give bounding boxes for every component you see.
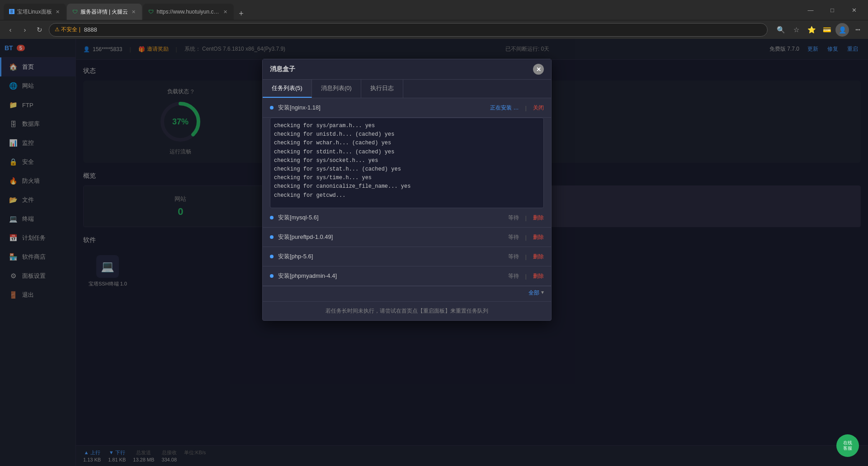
close-button[interactable]: ✕ [844,2,864,18]
tab-task-list[interactable]: 任务列表(5) [263,80,312,98]
log-line-6: checking for sys/stat.h... (cached) yes [274,165,540,174]
customer-service-label: 在线 客服 [843,440,852,451]
refresh-button[interactable]: ↻ [33,23,46,37]
forward-button[interactable]: › [18,23,32,37]
tab2-close[interactable]: ✕ [131,8,137,16]
tab-huotui[interactable]: 🛡 https://www.huotuiyun.com/dc... ✕ [143,4,234,20]
task-pureftpd: 安装[pureftpd-1.0.49] 等待 | 删除 [263,228,551,247]
task-nginx: 安装[nginx-1.18] 正在安装 … | 关闭 [263,98,551,118]
task-php-dot [270,255,274,258]
log-line-4: checking for stdint.h... (cached) yes [274,148,540,157]
reset-tip: 若任务长时间未执行，请尝试在首页点【重启面板】来重置任务队列 [263,301,551,320]
favorites-icon-btn[interactable]: ☆ [789,23,803,37]
task-mysql-sep: | [524,214,528,221]
message-box-header: 消息盒子 ✕ [263,59,551,80]
message-box-title: 消息盒子 [270,65,295,73]
security-warning-icon: ⚠ 不安全 | [55,26,80,33]
new-tab-button[interactable]: + [235,7,247,20]
task-php: 安装[php-5.6] 等待 | 删除 [263,247,551,266]
tab3-icon: 🛡 [148,9,154,15]
log-line-7: checking for sys/time.h... yes [274,174,540,182]
task-mysql-name: 安装[mysql-5.6] [278,214,504,222]
message-box: 消息盒子 ✕ 任务列表(5) 消息列表(0) 执行日志 安装[nginx-1.1… [262,59,552,321]
tab1-icon: 🅱 [9,9,14,15]
task-mysql: 安装[mysql-5.6] 等待 | 删除 [263,208,551,228]
task-php-name: 安装[php-5.6] [278,252,504,261]
profile-button[interactable]: 👤 [835,23,849,37]
task-php-sep: | [524,253,528,260]
nav-controls: ‹ › ↻ [4,23,46,37]
address-bar: ‹ › ↻ ⚠ 不安全 | 🔍 ☆ ⭐ 💳 👤 ··· [0,20,868,39]
task-nginx-dot [270,106,274,109]
chevron-down-icon: ▾ [541,289,544,297]
back-button[interactable]: ‹ [4,23,17,37]
task-nginx-status: 正在安装 … [490,104,519,112]
task-phpmyadmin-status: 等待 [508,272,519,280]
tabs-bar: 🅱 宝塔Linux面板 ✕ 🛡 服务器详情 | 火腿云 ✕ 🛡 https://… [4,0,797,20]
task-pureftpd-status: 等待 [508,233,519,241]
tab-server-detail[interactable]: 🛡 服务器详情 | 火腿云 ✕ [67,4,142,20]
tab1-title: 宝塔Linux面板 [17,8,52,16]
all-tasks-row: 全部 ▾ [263,286,551,300]
log-line-2: checking for unistd.h... (cached) yes [274,130,540,139]
task-nginx-name: 安装[nginx-1.18] [278,104,486,112]
task-pureftpd-name: 安装[pureftpd-1.0.49] [278,233,504,241]
task-mysql-delete-action[interactable]: 删除 [533,214,544,222]
task-php-delete-action[interactable]: 删除 [533,253,544,261]
task-nginx-sep: | [524,105,528,111]
star-icon-btn[interactable]: ⭐ [805,23,818,37]
log-line-1: checking for sys/param.h... yes [274,122,540,130]
tab3-title: https://www.huotuiyun.com/dc... [156,9,220,15]
task-mysql-status: 等待 [508,214,519,222]
task-phpmyadmin-sep: | [524,273,528,280]
log-line-9: checking for getcwd... [274,191,540,200]
wallet-icon-btn[interactable]: 💳 [820,23,834,37]
tab-msg-list[interactable]: 消息列表(0) [312,80,361,98]
address-input[interactable] [84,26,762,33]
tab-bt-panel[interactable]: 🅱 宝塔Linux面板 ✕ [4,4,66,20]
task-phpmyadmin-dot [270,274,274,278]
tab2-title: 服务器详情 | 火腿云 [80,8,128,16]
log-area[interactable]: checking for sys/param.h... yes checking… [270,118,544,208]
task-pureftpd-delete-action[interactable]: 删除 [533,233,544,241]
tab1-close[interactable]: ✕ [55,8,61,16]
security-warning-label: 不安全 [61,26,77,33]
search-icon-btn[interactable]: 🔍 [774,23,788,37]
tab3-close[interactable]: ✕ [222,8,228,16]
message-box-close-button[interactable]: ✕ [533,64,544,75]
tab-exec-log[interactable]: 执行日志 [361,80,403,98]
toolbar-icons: 🔍 ☆ ⭐ 💳 👤 ··· [774,23,864,37]
log-line-8: checking for canonicalize_file_name... y… [274,182,540,191]
address-input-wrap: ⚠ 不安全 | [49,23,768,37]
log-line-3: checking for wchar.h... (cached) yes [274,139,540,147]
customer-service-button[interactable]: 在线 客服 [836,434,859,457]
task-phpmyadmin: 安装[phpmyadmin-4.4] 等待 | 删除 [263,266,551,286]
task-nginx-close-action[interactable]: 关闭 [533,104,544,112]
browser-chrome: 🅱 宝塔Linux面板 ✕ 🛡 服务器详情 | 火腿云 ✕ 🛡 https://… [0,0,868,20]
more-button[interactable]: ··· [851,23,864,37]
task-phpmyadmin-name: 安装[phpmyadmin-4.4] [278,272,504,280]
window-controls: — □ ✕ [800,2,864,18]
task-pureftpd-sep: | [524,234,528,241]
maximize-button[interactable]: □ [822,2,843,18]
task-php-status: 等待 [508,253,519,261]
tab2-icon: 🛡 [72,9,78,15]
task-phpmyadmin-delete-action[interactable]: 删除 [533,272,544,280]
task-pureftpd-dot [270,235,274,239]
log-line-5: checking for sys/socket.h... yes [274,157,540,165]
all-tasks-button[interactable]: 全部 [528,289,539,297]
minimize-button[interactable]: — [800,2,821,18]
message-box-tabs: 任务列表(5) 消息列表(0) 执行日志 [263,80,551,98]
task-mysql-dot [270,216,274,219]
